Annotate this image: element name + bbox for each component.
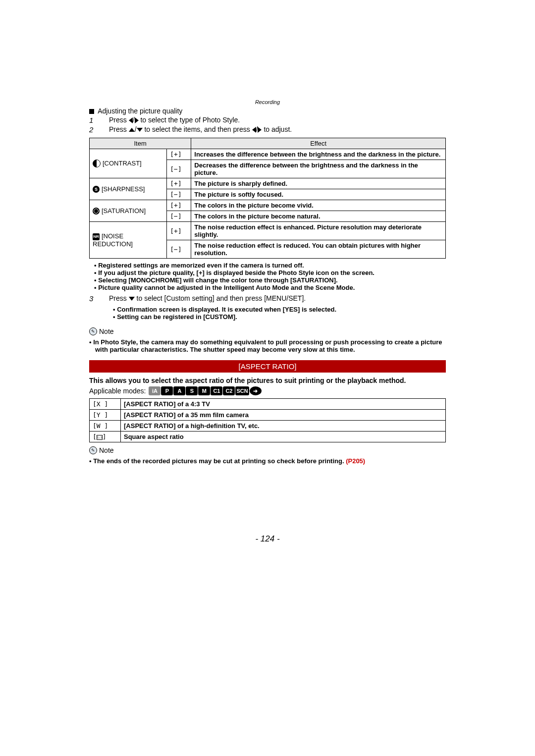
up-arrow-icon xyxy=(129,128,135,132)
mode-badge: M xyxy=(198,386,210,395)
mode-badge: A xyxy=(173,386,185,395)
mode-badge: C2 xyxy=(223,386,235,395)
step-2: 2 Press / to select the items, and then … xyxy=(89,125,446,134)
note-icon: ✎ xyxy=(89,327,97,335)
contrast-icon xyxy=(93,160,101,167)
list-item: Setting can be registered in [CUSTOM]. xyxy=(119,313,446,321)
table-row: [X ] [ASPECT RATIO] of a 4:3 TV xyxy=(90,399,446,410)
down-arrow-icon xyxy=(129,297,135,301)
page-number: - 124 - xyxy=(89,534,446,544)
table-row: [SATURATION] [+] The colors in the pictu… xyxy=(90,200,446,211)
heading-adjust: Adjusting the picture quality xyxy=(89,107,446,115)
step-number: 1 xyxy=(89,116,109,124)
applicable-modes: Applicable modes: iA P A S M C1 C2 SCN ➜ xyxy=(89,386,446,395)
list-item: If you adjust the picture quality, [+] i… xyxy=(100,269,446,276)
aspect-intro: This allows you to select the aspect rat… xyxy=(89,377,446,384)
notes-after-table: Registered settings are memorized even i… xyxy=(89,262,446,291)
breadcrumb: Recording xyxy=(89,99,446,105)
mode-badge: C1 xyxy=(211,386,222,395)
step-3: 3 Press to select [Custom setting] and t… xyxy=(89,294,446,303)
table-row: [W ] [ASPECT RATIO] of a high-definition… xyxy=(90,421,446,432)
table-row: [CONTRAST] [+] Increases the difference … xyxy=(90,149,446,160)
page-link-p205[interactable]: (P205) xyxy=(346,457,365,465)
section-header-aspect-ratio: [ASPECT RATIO] xyxy=(89,360,446,373)
list-item: Picture quality cannot be adjusted in th… xyxy=(100,284,446,291)
step-1: 1 Press / to select the type of Photo St… xyxy=(89,116,446,124)
list-item: Selecting [MONOCHROME] will change the c… xyxy=(100,276,446,284)
note-block-2: The ends of the recorded pictures may be… xyxy=(89,457,446,465)
mode-badges: iA P A S M C1 C2 SCN ➜ xyxy=(149,386,261,395)
noise-reduction-icon: NR xyxy=(93,233,100,240)
notes-step3: Confirmation screen is displayed. It is … xyxy=(89,306,446,321)
note-heading: ✎ Note xyxy=(89,446,114,454)
table-row: S[SHARPNESS] [+] The picture is sharply … xyxy=(90,178,446,189)
left-arrow-icon xyxy=(129,117,133,123)
right-arrow-icon xyxy=(258,127,262,133)
list-item: In Photo Style, the camera may do someth… xyxy=(95,338,446,353)
col-effect: Effect xyxy=(191,138,446,149)
table-row: [Y ] [ASPECT RATIO] of a 35 mm film came… xyxy=(90,410,446,421)
square-bullet-icon xyxy=(89,109,94,114)
sharpness-icon: S xyxy=(93,186,100,193)
col-item: Item xyxy=(90,138,191,149)
note-heading: ✎ Note xyxy=(89,327,114,335)
step-number: 2 xyxy=(89,125,109,134)
note-icon: ✎ xyxy=(89,446,97,454)
list-item: The ends of the recorded pictures may be… xyxy=(95,457,446,465)
right-arrow-icon xyxy=(135,117,139,123)
effect-table: Item Effect [CONTRAST] [+] Increases the… xyxy=(89,138,446,259)
step-number: 3 xyxy=(89,294,109,303)
list-item: Confirmation screen is displayed. It is … xyxy=(119,306,446,313)
note-block-1: In Photo Style, the camera may do someth… xyxy=(89,338,446,353)
left-arrow-icon xyxy=(252,127,256,133)
saturation-icon xyxy=(93,208,100,215)
mode-badge: iA xyxy=(149,386,160,395)
mode-badge: SCN xyxy=(235,386,249,395)
down-arrow-icon xyxy=(137,128,143,132)
mode-badge-creative-icon: ➜ xyxy=(250,386,262,395)
table-row: NR[NOISE REDUCTION] [+] The noise reduct… xyxy=(90,222,446,240)
mode-badge: S xyxy=(186,386,198,395)
list-item: Registered settings are memorized even i… xyxy=(100,262,446,269)
aspect-ratio-table: [X ] [ASPECT RATIO] of a 4:3 TV [Y ] [AS… xyxy=(89,398,446,442)
mode-badge: P xyxy=(161,386,173,395)
square-aspect-icon xyxy=(97,435,103,440)
table-row: [] Square aspect ratio xyxy=(90,432,446,442)
